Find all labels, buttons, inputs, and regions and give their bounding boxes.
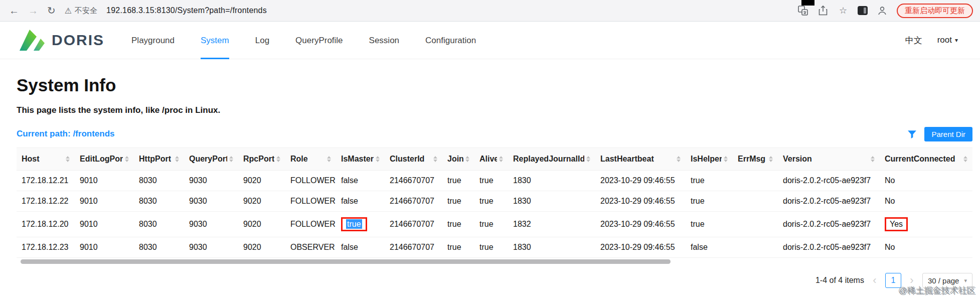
table-row: 172.18.12.209010803090309020FOLLOWERtrue… bbox=[17, 212, 972, 237]
sort-carets-icon[interactable] bbox=[376, 156, 380, 162]
column-header-join[interactable]: Join bbox=[442, 148, 474, 171]
table-cell: 9030 bbox=[184, 191, 238, 212]
sort-carets-icon[interactable] bbox=[276, 156, 280, 162]
side-panel-icon[interactable] bbox=[858, 6, 868, 15]
brand-text: DORIS bbox=[52, 32, 104, 49]
table-cell: true bbox=[442, 212, 474, 237]
path-row: Current path: /frontends Parent Dir bbox=[17, 126, 972, 141]
bookmark-star-icon[interactable]: ☆ bbox=[838, 5, 849, 16]
table-cell: doris-2.0.2-rc05-ae923f7 bbox=[778, 212, 880, 237]
doris-brand[interactable]: DORIS bbox=[19, 29, 104, 52]
selected-text: true bbox=[346, 219, 362, 229]
table-cell: 1830 bbox=[508, 191, 595, 212]
table-cell: 9030 bbox=[184, 237, 238, 258]
pagination: 1-4 of 4 items ‹ 1 › 30 / page ▾ bbox=[17, 273, 972, 288]
sort-carets-icon[interactable] bbox=[586, 156, 590, 162]
page-size-value: 30 / page bbox=[928, 276, 959, 285]
table-cell: OBSERVER bbox=[285, 237, 336, 258]
column-header-role[interactable]: Role bbox=[285, 148, 336, 171]
column-header-editlogport[interactable]: EditLogPort bbox=[75, 148, 134, 171]
sort-carets-icon[interactable] bbox=[465, 156, 469, 162]
table-cell: true bbox=[442, 191, 474, 212]
chevron-down-icon: ▾ bbox=[955, 37, 958, 44]
sort-carets-icon[interactable] bbox=[963, 156, 967, 162]
language-switch[interactable]: 中文 bbox=[905, 35, 922, 46]
table-cell: 8030 bbox=[134, 171, 184, 191]
translate-icon[interactable] bbox=[797, 5, 808, 16]
column-header-ismaster[interactable]: IsMaster bbox=[336, 148, 385, 171]
column-header-version[interactable]: Version bbox=[778, 148, 880, 171]
nav-item-log[interactable]: Log bbox=[255, 22, 269, 59]
sort-carets-icon[interactable] bbox=[175, 156, 179, 162]
filter-funnel-icon[interactable] bbox=[907, 129, 917, 139]
column-header-rpcport[interactable]: RpcPort bbox=[238, 148, 285, 171]
chevron-down-icon: ▾ bbox=[964, 277, 967, 284]
pagination-prev-icon[interactable]: ‹ bbox=[870, 273, 879, 287]
sort-carets-icon[interactable] bbox=[769, 156, 773, 162]
scrollbar-thumb[interactable] bbox=[21, 259, 671, 264]
browser-back-icon[interactable]: ← bbox=[9, 5, 19, 17]
nav-item-queryprofile[interactable]: QueryProfile bbox=[295, 22, 343, 59]
column-header-httpport[interactable]: HttpPort bbox=[134, 148, 184, 171]
table-cell: false bbox=[686, 237, 733, 258]
column-label: QueryPort bbox=[189, 155, 227, 164]
browser-forward-icon[interactable]: → bbox=[28, 5, 38, 17]
table-cell: 2023-10-29 09:46:55 bbox=[595, 171, 686, 191]
share-icon[interactable] bbox=[818, 5, 829, 16]
column-label: RpcPort bbox=[243, 155, 274, 164]
restart-update-button[interactable]: 重新启动即可更新 bbox=[897, 4, 973, 18]
table-cell: 8030 bbox=[134, 237, 184, 258]
column-header-host[interactable]: Host bbox=[17, 148, 75, 171]
table-cell: No bbox=[880, 171, 972, 191]
table-cell: No bbox=[880, 237, 972, 258]
pagination-summary: 1-4 of 4 items bbox=[815, 276, 864, 285]
page-title: System Info bbox=[17, 75, 972, 95]
doris-logo-icon bbox=[19, 29, 46, 52]
column-header-currentconnected[interactable]: CurrentConnected bbox=[880, 148, 972, 171]
column-label: ReplayedJournalId bbox=[513, 155, 584, 164]
column-label: IsHelper bbox=[691, 155, 722, 164]
sort-carets-icon[interactable] bbox=[327, 156, 331, 162]
column-label: CurrentConnected bbox=[885, 155, 955, 164]
sort-carets-icon[interactable] bbox=[677, 156, 681, 162]
table-cell: 2023-10-29 09:46:55 bbox=[595, 212, 686, 237]
parent-dir-button[interactable]: Parent Dir bbox=[924, 127, 972, 141]
sort-carets-icon[interactable] bbox=[724, 156, 728, 162]
column-header-errmsg[interactable]: ErrMsg bbox=[733, 148, 778, 171]
table-cell: 9010 bbox=[75, 191, 134, 212]
table-cell: 2146670707 bbox=[385, 191, 442, 212]
column-label: ClusterId bbox=[390, 155, 424, 164]
column-header-queryport[interactable]: QueryPort bbox=[184, 148, 238, 171]
nav-item-session[interactable]: Session bbox=[369, 22, 399, 59]
column-header-replayedjournalid[interactable]: ReplayedJournalId bbox=[508, 148, 595, 171]
user-menu[interactable]: root ▾ bbox=[937, 35, 958, 45]
table-cell: doris-2.0.2-rc05-ae923f7 bbox=[778, 171, 880, 191]
sort-carets-icon[interactable] bbox=[433, 156, 437, 162]
horizontal-scrollbar bbox=[17, 259, 972, 264]
table-row: 172.18.12.219010803090309020FOLLOWERfals… bbox=[17, 171, 972, 191]
sort-carets-icon[interactable] bbox=[125, 156, 129, 162]
sort-carets-icon[interactable] bbox=[499, 156, 503, 162]
address-bar[interactable]: 192.168.3.15:8130/System?path=/frontends bbox=[106, 6, 267, 15]
column-header-lastheartbeat[interactable]: LastHeartbeat bbox=[595, 148, 686, 171]
table-cell: Yes bbox=[880, 212, 972, 237]
column-header-ishelper[interactable]: IsHelper bbox=[686, 148, 733, 171]
column-header-alive[interactable]: Alive bbox=[474, 148, 508, 171]
sort-carets-icon[interactable] bbox=[66, 156, 70, 162]
table-cell: doris-2.0.2-rc05-ae923f7 bbox=[778, 237, 880, 258]
browser-refresh-icon[interactable]: ↻ bbox=[47, 5, 56, 17]
profile-icon[interactable] bbox=[877, 5, 888, 16]
column-label: ErrMsg bbox=[738, 155, 765, 164]
column-header-clusterid[interactable]: ClusterId bbox=[385, 148, 442, 171]
table-cell: true bbox=[686, 191, 733, 212]
security-indicator[interactable]: ⚠ 不安全 bbox=[65, 6, 97, 16]
nav-item-playground[interactable]: Playground bbox=[131, 22, 175, 59]
current-path-link[interactable]: Current path: /frontends bbox=[17, 129, 115, 139]
nav-item-configuration[interactable]: Configuration bbox=[425, 22, 476, 59]
table-cell: FOLLOWER bbox=[285, 191, 336, 212]
table-cell: 9030 bbox=[184, 171, 238, 191]
nav-item-system[interactable]: System bbox=[201, 22, 229, 59]
sort-carets-icon[interactable] bbox=[229, 156, 233, 162]
sort-carets-icon[interactable] bbox=[871, 156, 875, 162]
table-cell: No bbox=[880, 191, 972, 212]
